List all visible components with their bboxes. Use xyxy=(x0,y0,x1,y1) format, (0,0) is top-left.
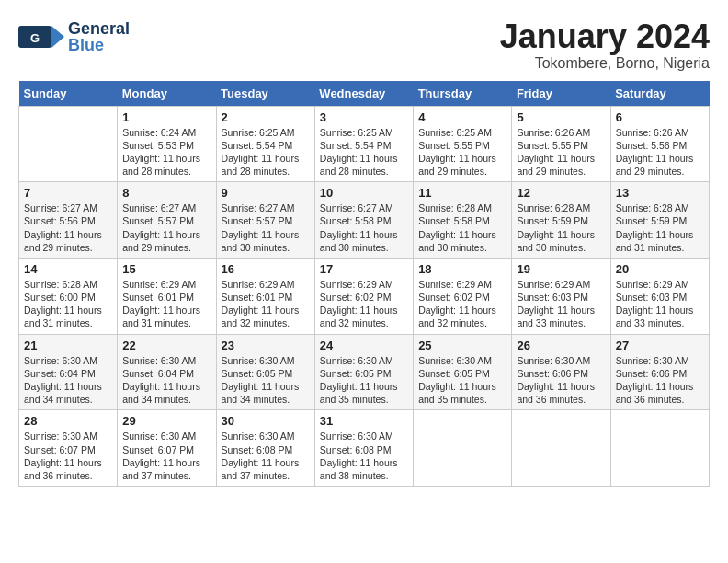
day-number: 27 xyxy=(616,339,704,352)
calendar-week-3: 14Sunrise: 6:28 AM Sunset: 6:00 PM Dayli… xyxy=(19,258,710,334)
calendar-cell: 1Sunrise: 6:24 AM Sunset: 5:53 PM Daylig… xyxy=(118,106,216,182)
calendar-cell: 28Sunrise: 6:30 AM Sunset: 6:07 PM Dayli… xyxy=(19,410,118,487)
calendar-body: 1Sunrise: 6:24 AM Sunset: 5:53 PM Daylig… xyxy=(19,106,710,486)
svg-text:G: G xyxy=(30,31,40,45)
calendar-cell: 27Sunrise: 6:30 AM Sunset: 6:06 PM Dayli… xyxy=(610,334,709,410)
svg-marker-1 xyxy=(51,26,64,48)
day-header-wednesday: Wednesday xyxy=(314,81,413,107)
calendar-cell xyxy=(414,410,512,487)
day-info: Sunrise: 6:27 AM Sunset: 5:57 PM Dayligh… xyxy=(222,201,310,254)
calendar-cell: 21Sunrise: 6:30 AM Sunset: 6:04 PM Dayli… xyxy=(19,334,118,410)
day-info: Sunrise: 6:30 AM Sunset: 6:05 PM Dayligh… xyxy=(418,354,506,407)
day-number: 9 xyxy=(222,186,310,200)
day-number: 31 xyxy=(320,414,408,428)
logo: G General Blue xyxy=(18,18,130,55)
logo-icon: G xyxy=(18,18,64,55)
month-title: January 2024 xyxy=(500,18,710,55)
day-number: 21 xyxy=(24,339,112,352)
day-header-thursday: Thursday xyxy=(414,81,512,107)
calendar-cell: 12Sunrise: 6:28 AM Sunset: 5:59 PM Dayli… xyxy=(512,182,610,259)
calendar-cell: 31Sunrise: 6:30 AM Sunset: 6:08 PM Dayli… xyxy=(314,410,413,487)
calendar-cell xyxy=(610,410,709,487)
day-number: 8 xyxy=(122,186,210,200)
day-number: 29 xyxy=(122,414,210,428)
day-info: Sunrise: 6:25 AM Sunset: 5:54 PM Dayligh… xyxy=(222,126,310,178)
day-number: 15 xyxy=(122,262,210,276)
day-info: Sunrise: 6:25 AM Sunset: 5:55 PM Dayligh… xyxy=(418,126,506,178)
calendar-cell: 7Sunrise: 6:27 AM Sunset: 5:56 PM Daylig… xyxy=(19,182,118,259)
calendar-cell: 23Sunrise: 6:30 AM Sunset: 6:05 PM Dayli… xyxy=(216,334,314,410)
day-number: 4 xyxy=(418,110,506,124)
calendar-cell: 25Sunrise: 6:30 AM Sunset: 6:05 PM Dayli… xyxy=(414,334,512,410)
day-number: 12 xyxy=(517,186,605,200)
day-info: Sunrise: 6:27 AM Sunset: 5:58 PM Dayligh… xyxy=(320,201,408,254)
calendar-cell: 29Sunrise: 6:30 AM Sunset: 6:07 PM Dayli… xyxy=(118,410,216,487)
day-info: Sunrise: 6:30 AM Sunset: 6:08 PM Dayligh… xyxy=(320,430,408,482)
day-info: Sunrise: 6:28 AM Sunset: 6:00 PM Dayligh… xyxy=(24,278,112,330)
calendar-cell: 8Sunrise: 6:27 AM Sunset: 5:57 PM Daylig… xyxy=(118,182,216,259)
day-number: 14 xyxy=(24,262,112,276)
calendar-cell: 18Sunrise: 6:29 AM Sunset: 6:02 PM Dayli… xyxy=(414,258,512,334)
day-info: Sunrise: 6:26 AM Sunset: 5:55 PM Dayligh… xyxy=(517,126,605,178)
calendar-week-4: 21Sunrise: 6:30 AM Sunset: 6:04 PM Dayli… xyxy=(19,334,710,410)
calendar-cell: 9Sunrise: 6:27 AM Sunset: 5:57 PM Daylig… xyxy=(216,182,314,259)
day-number: 28 xyxy=(24,414,112,428)
calendar-cell: 19Sunrise: 6:29 AM Sunset: 6:03 PM Dayli… xyxy=(512,258,610,334)
day-info: Sunrise: 6:30 AM Sunset: 6:05 PM Dayligh… xyxy=(222,354,310,407)
day-header-sunday: Sunday xyxy=(19,81,118,107)
day-number: 11 xyxy=(418,186,506,200)
day-number: 24 xyxy=(320,339,408,352)
day-header-saturday: Saturday xyxy=(610,81,709,107)
calendar-cell: 5Sunrise: 6:26 AM Sunset: 5:55 PM Daylig… xyxy=(512,106,610,182)
calendar-cell: 26Sunrise: 6:30 AM Sunset: 6:06 PM Dayli… xyxy=(512,334,610,410)
calendar-header-row: SundayMondayTuesdayWednesdayThursdayFrid… xyxy=(19,81,710,107)
day-number: 30 xyxy=(222,414,310,428)
day-info: Sunrise: 6:30 AM Sunset: 6:04 PM Dayligh… xyxy=(122,354,210,407)
day-info: Sunrise: 6:30 AM Sunset: 6:04 PM Dayligh… xyxy=(24,354,112,407)
calendar-cell: 24Sunrise: 6:30 AM Sunset: 6:05 PM Dayli… xyxy=(314,334,413,410)
day-info: Sunrise: 6:27 AM Sunset: 5:57 PM Dayligh… xyxy=(122,201,210,254)
day-info: Sunrise: 6:28 AM Sunset: 5:59 PM Dayligh… xyxy=(517,201,605,254)
day-number: 26 xyxy=(517,339,605,352)
day-number: 13 xyxy=(616,186,704,200)
day-number: 25 xyxy=(418,339,506,352)
day-header-tuesday: Tuesday xyxy=(216,81,314,107)
day-number: 6 xyxy=(616,110,704,124)
day-number: 18 xyxy=(418,262,506,276)
calendar-week-2: 7Sunrise: 6:27 AM Sunset: 5:56 PM Daylig… xyxy=(19,182,710,259)
calendar-cell: 3Sunrise: 6:25 AM Sunset: 5:54 PM Daylig… xyxy=(314,106,413,182)
day-info: Sunrise: 6:29 AM Sunset: 6:02 PM Dayligh… xyxy=(320,278,408,330)
day-number: 22 xyxy=(122,339,210,352)
day-number: 3 xyxy=(320,110,408,124)
calendar-cell: 30Sunrise: 6:30 AM Sunset: 6:08 PM Dayli… xyxy=(216,410,314,487)
day-info: Sunrise: 6:30 AM Sunset: 6:07 PM Dayligh… xyxy=(122,430,210,482)
day-info: Sunrise: 6:29 AM Sunset: 6:01 PM Dayligh… xyxy=(122,278,210,330)
day-number: 16 xyxy=(222,262,310,276)
location-subtitle: Tokombere, Borno, Nigeria xyxy=(500,55,710,72)
day-info: Sunrise: 6:30 AM Sunset: 6:05 PM Dayligh… xyxy=(320,354,408,407)
calendar-cell: 14Sunrise: 6:28 AM Sunset: 6:00 PM Dayli… xyxy=(19,258,118,334)
calendar-cell: 16Sunrise: 6:29 AM Sunset: 6:01 PM Dayli… xyxy=(216,258,314,334)
logo-text: General Blue xyxy=(68,20,130,53)
calendar-cell: 22Sunrise: 6:30 AM Sunset: 6:04 PM Dayli… xyxy=(118,334,216,410)
calendar-cell: 11Sunrise: 6:28 AM Sunset: 5:58 PM Dayli… xyxy=(414,182,512,259)
day-info: Sunrise: 6:30 AM Sunset: 6:08 PM Dayligh… xyxy=(222,430,310,482)
day-number: 17 xyxy=(320,262,408,276)
day-info: Sunrise: 6:30 AM Sunset: 6:06 PM Dayligh… xyxy=(517,354,605,407)
day-info: Sunrise: 6:29 AM Sunset: 6:02 PM Dayligh… xyxy=(418,278,506,330)
calendar-cell: 15Sunrise: 6:29 AM Sunset: 6:01 PM Dayli… xyxy=(118,258,216,334)
calendar-cell: 17Sunrise: 6:29 AM Sunset: 6:02 PM Dayli… xyxy=(314,258,413,334)
day-info: Sunrise: 6:28 AM Sunset: 5:59 PM Dayligh… xyxy=(616,201,704,254)
calendar-week-5: 28Sunrise: 6:30 AM Sunset: 6:07 PM Dayli… xyxy=(19,410,710,487)
calendar-cell: 13Sunrise: 6:28 AM Sunset: 5:59 PM Dayli… xyxy=(610,182,709,259)
day-info: Sunrise: 6:27 AM Sunset: 5:56 PM Dayligh… xyxy=(24,201,112,254)
title-block: January 2024 Tokombere, Borno, Nigeria xyxy=(500,18,710,72)
day-number: 5 xyxy=(517,110,605,124)
day-number: 1 xyxy=(122,110,210,124)
day-info: Sunrise: 6:29 AM Sunset: 6:03 PM Dayligh… xyxy=(517,278,605,330)
day-number: 23 xyxy=(222,339,310,352)
day-number: 2 xyxy=(222,110,310,124)
calendar-cell: 20Sunrise: 6:29 AM Sunset: 6:03 PM Dayli… xyxy=(610,258,709,334)
calendar-cell: 10Sunrise: 6:27 AM Sunset: 5:58 PM Dayli… xyxy=(314,182,413,259)
day-info: Sunrise: 6:29 AM Sunset: 6:01 PM Dayligh… xyxy=(222,278,310,330)
